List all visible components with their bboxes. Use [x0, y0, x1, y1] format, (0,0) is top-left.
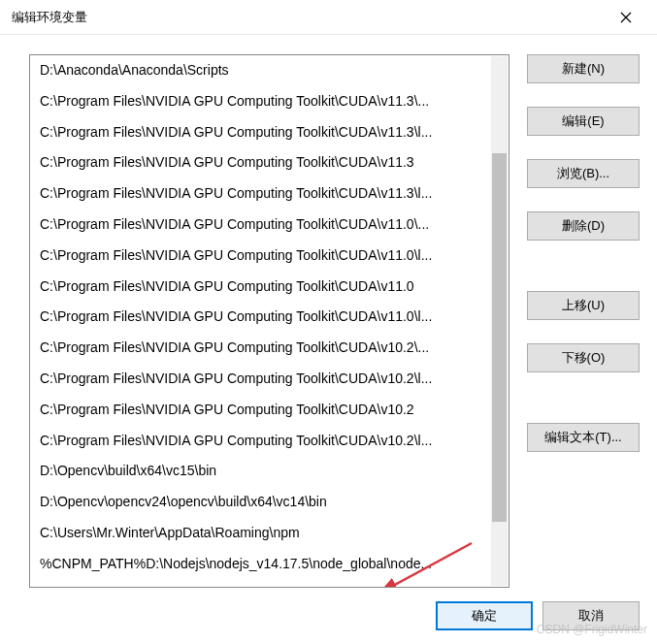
list-item[interactable]: %CURL_HOME%\I386: [30, 580, 491, 587]
list-item[interactable]: C:\Program Files\NVIDIA GPU Computing To…: [30, 86, 491, 117]
list-item[interactable]: C:\Program Files\NVIDIA GPU Computing To…: [30, 395, 491, 426]
content-area: D:\Anaconda\Anaconda\ScriptsC:\Program F…: [0, 35, 657, 588]
list-item[interactable]: C:\Program Files\NVIDIA GPU Computing To…: [30, 178, 491, 209]
scroll-thumb[interactable]: [492, 153, 507, 522]
close-button[interactable]: [607, 3, 645, 32]
list-item[interactable]: C:\Program Files\NVIDIA GPU Computing To…: [30, 241, 491, 272]
list-item[interactable]: C:\Users\Mr.Winter\AppData\Roaming\npm: [30, 518, 491, 549]
scrollbar[interactable]: [491, 56, 508, 586]
list-item[interactable]: D:\Anaconda\Anaconda\Scripts: [30, 55, 491, 86]
move-down-button[interactable]: 下移(O): [527, 343, 640, 372]
cancel-button[interactable]: 取消: [542, 601, 640, 630]
list-item[interactable]: C:\Program Files\NVIDIA GPU Computing To…: [30, 364, 491, 395]
buttons-column: 新建(N) 编辑(E) 浏览(B)... 删除(D) 上移(U) 下移(O) 编…: [527, 54, 640, 588]
delete-button[interactable]: 删除(D): [527, 211, 640, 241]
ok-button[interactable]: 确定: [436, 601, 533, 630]
list-item[interactable]: C:\Program Files\NVIDIA GPU Computing To…: [30, 302, 491, 333]
list-item[interactable]: C:\Program Files\NVIDIA GPU Computing To…: [30, 209, 491, 241]
titlebar: 编辑环境变量: [0, 0, 657, 35]
list-item[interactable]: C:\Program Files\NVIDIA GPU Computing To…: [30, 333, 491, 364]
list-item[interactable]: D:\Opencv\build\x64\vc15\bin: [30, 456, 491, 487]
window-title: 编辑环境变量: [12, 9, 87, 26]
list-item[interactable]: C:\Program Files\NVIDIA GPU Computing To…: [30, 117, 491, 148]
move-up-button[interactable]: 上移(U): [527, 291, 640, 320]
list-item[interactable]: C:\Program Files\NVIDIA GPU Computing To…: [30, 147, 491, 178]
new-button[interactable]: 新建(N): [527, 54, 640, 83]
list-item[interactable]: D:\Opencv\opencv24\opencv\build\x64\vc14…: [30, 487, 491, 518]
close-icon: [620, 12, 632, 23]
list-item[interactable]: %CNPM_PATH%D:\Nodejs\nodejs_v14.17.5\nod…: [30, 549, 491, 580]
footer: 确定 取消: [436, 601, 640, 630]
edit-text-button[interactable]: 编辑文本(T)...: [527, 423, 640, 452]
edit-button[interactable]: 编辑(E): [527, 107, 640, 136]
path-listbox[interactable]: D:\Anaconda\Anaconda\ScriptsC:\Program F…: [29, 54, 509, 588]
browse-button[interactable]: 浏览(B)...: [527, 159, 640, 188]
list-item[interactable]: C:\Program Files\NVIDIA GPU Computing To…: [30, 426, 491, 457]
list-item[interactable]: C:\Program Files\NVIDIA GPU Computing To…: [30, 272, 491, 303]
